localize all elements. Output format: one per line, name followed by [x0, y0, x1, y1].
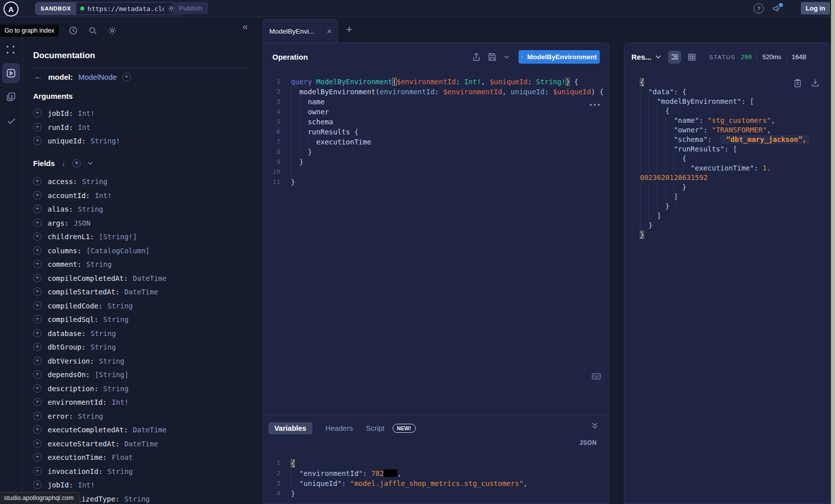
field-type[interactable]: Int!: [112, 398, 129, 406]
field-name[interactable]: childrenL1:: [48, 233, 94, 241]
response-tree-view-toggle[interactable]: [668, 51, 681, 64]
add-field-plus-icon[interactable]: +: [33, 205, 42, 213]
add-field-plus-icon[interactable]: +: [33, 343, 42, 351]
field-name[interactable]: description:: [48, 385, 98, 393]
add-field-plus-icon[interactable]: +: [33, 232, 42, 241]
field-name[interactable]: accountId:: [48, 192, 90, 200]
field-type[interactable]: String: [78, 412, 103, 420]
run-operation-button[interactable]: ModelByEnvironment: [519, 50, 600, 64]
field-type[interactable]: Int!: [78, 481, 95, 489]
add-argument-plus-icon[interactable]: +: [33, 123, 42, 131]
add-field-plus-icon[interactable]: +: [122, 73, 131, 81]
close-tab-icon[interactable]: ×: [327, 28, 331, 36]
variables-code[interactable]: 1{2"environmentId": 782,3"uniqueId": "mo…: [263, 434, 609, 498]
explorer-settings-gear-icon[interactable]: [108, 26, 117, 35]
field-name[interactable]: database:: [48, 329, 86, 338]
apollo-logo-icon[interactable]: A: [4, 2, 19, 17]
field-name[interactable]: executeStartedAt:: [48, 440, 119, 448]
tab-variables[interactable]: Variables: [268, 422, 312, 434]
save-operation-icon[interactable]: [488, 53, 496, 61]
editor-menu-dots-icon[interactable]: [590, 104, 600, 106]
add-field-plus-icon[interactable]: +: [33, 398, 42, 406]
field-name[interactable]: compileCompletedAt:: [48, 274, 128, 282]
field-type[interactable]: String: [82, 178, 108, 186]
field-type[interactable]: String: [107, 467, 133, 475]
add-field-plus-icon[interactable]: +: [33, 370, 42, 379]
field-type[interactable]: String: [91, 329, 116, 338]
add-field-plus-icon[interactable]: +: [33, 439, 42, 448]
field-name[interactable]: compiledCode:: [48, 302, 103, 310]
fields-options-chevron-icon[interactable]: [88, 161, 93, 165]
add-field-plus-icon[interactable]: +: [33, 329, 42, 338]
share-operation-icon[interactable]: [472, 53, 480, 62]
breadcrumb-type-link[interactable]: ModelNode: [78, 73, 117, 81]
add-argument-plus-icon[interactable]: +: [33, 109, 42, 117]
field-type[interactable]: String: [124, 495, 150, 503]
response-table-view-toggle[interactable]: [685, 51, 698, 64]
tab-script[interactable]: Script: [366, 424, 385, 432]
field-type[interactable]: DateTime: [133, 274, 166, 282]
field-name[interactable]: comment:: [48, 260, 81, 268]
collapse-variables-chevrons-icon[interactable]: [592, 422, 598, 429]
field-name[interactable]: error:: [48, 412, 73, 420]
argument-type[interactable]: Int: [78, 123, 90, 131]
login-button[interactable]: Log in: [801, 2, 830, 15]
field-name[interactable]: dependsOn:: [48, 371, 90, 379]
field-type[interactable]: String: [99, 357, 124, 365]
argument-name[interactable]: runId:: [48, 123, 73, 131]
field-type[interactable]: Float: [112, 453, 133, 461]
add-field-plus-icon[interactable]: +: [33, 301, 42, 310]
endpoint-url-input[interactable]: https://metadata.cloud.getd: [88, 5, 164, 13]
download-response-icon[interactable]: [811, 79, 819, 87]
back-arrow-icon[interactable]: ←: [34, 72, 43, 82]
field-name[interactable]: jobId:: [48, 481, 73, 489]
field-type[interactable]: [String!]: [99, 233, 137, 241]
add-field-plus-icon[interactable]: +: [33, 425, 42, 434]
field-name[interactable]: compileStartedAt:: [48, 288, 119, 296]
field-type[interactable]: String: [78, 205, 103, 213]
field-name[interactable]: environmentId:: [48, 398, 107, 406]
field-type[interactable]: JSON: [74, 219, 91, 227]
field-name[interactable]: access:: [48, 178, 77, 186]
field-type[interactable]: DateTime: [124, 440, 158, 448]
announcements-megaphone-icon[interactable]: [772, 5, 781, 13]
response-title[interactable]: Res...: [631, 53, 651, 61]
field-type[interactable]: [CatalogColumn]: [86, 247, 149, 255]
field-type[interactable]: String: [103, 315, 129, 323]
add-field-plus-icon[interactable]: +: [33, 177, 42, 186]
field-type[interactable]: String: [86, 260, 112, 268]
field-name[interactable]: executionTime:: [48, 453, 107, 461]
help-icon[interactable]: ?: [754, 4, 764, 14]
add-field-plus-icon[interactable]: +: [33, 260, 42, 268]
argument-type[interactable]: String!: [91, 137, 120, 145]
graph-index-icon[interactable]: [7, 46, 16, 55]
save-options-chevron-icon[interactable]: [504, 55, 509, 59]
field-name[interactable]: executeCompletedAt:: [48, 426, 128, 434]
field-name[interactable]: columns:: [48, 247, 81, 255]
add-field-plus-icon[interactable]: +: [33, 274, 42, 282]
operation-editor[interactable]: 1query ModelByEnvironment($environmentId…: [263, 71, 609, 415]
field-name[interactable]: alias:: [48, 205, 73, 213]
add-field-plus-icon[interactable]: +: [33, 467, 42, 475]
add-field-plus-icon[interactable]: +: [33, 287, 42, 296]
field-name[interactable]: dbtGroup:: [48, 343, 86, 351]
add-field-plus-icon[interactable]: +: [33, 453, 42, 461]
field-type[interactable]: DateTime: [124, 288, 158, 296]
argument-name[interactable]: uniqueId:: [48, 137, 86, 145]
nav-checks[interactable]: [6, 116, 17, 126]
add-field-plus-icon[interactable]: +: [33, 412, 42, 420]
field-name[interactable]: invocationId:: [48, 467, 103, 475]
field-name[interactable]: args:: [48, 219, 69, 227]
collapse-doc-panel-icon[interactable]: «: [242, 22, 248, 31]
add-field-plus-icon[interactable]: +: [33, 480, 42, 489]
add-all-fields-plus-icon[interactable]: +: [72, 159, 81, 167]
argument-type[interactable]: Int!: [78, 109, 95, 117]
add-field-plus-icon[interactable]: +: [33, 246, 42, 255]
field-name[interactable]: compiledSql:: [48, 315, 98, 323]
run-history-clock-icon[interactable]: [69, 26, 78, 35]
keyboard-shortcuts-icon[interactable]: [592, 373, 601, 380]
new-tab-button[interactable]: +: [346, 24, 353, 35]
argument-name[interactable]: jobId:: [48, 109, 73, 117]
field-type[interactable]: String: [103, 385, 129, 393]
tab-modelbyenvironment[interactable]: ModelByEnvi... ×: [263, 19, 338, 43]
